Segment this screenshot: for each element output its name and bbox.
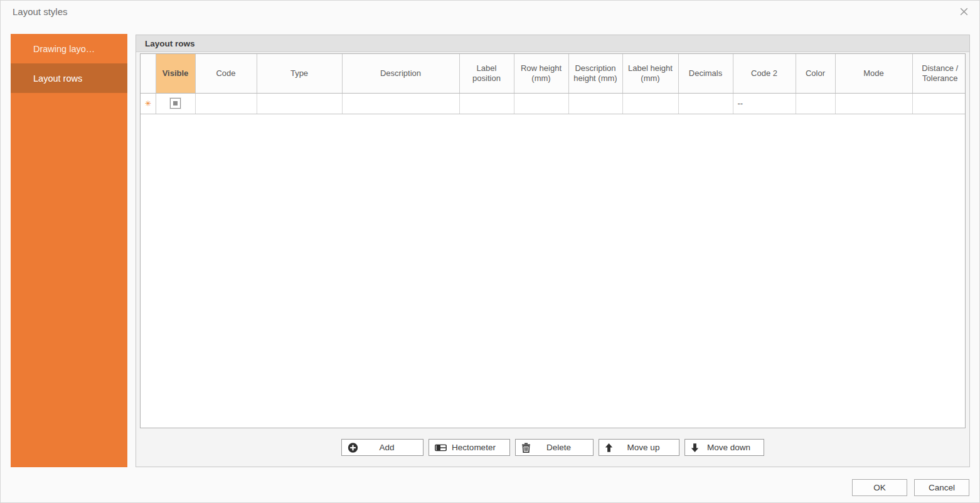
move-down-button-label: Move down [698, 443, 750, 452]
dialog-title: Layout styles [13, 6, 68, 17]
column-header-code: Code [195, 54, 257, 93]
grid-toolbar: Add Hectometer [136, 428, 969, 467]
cell-label-position[interactable] [459, 93, 514, 114]
close-button[interactable] [956, 5, 971, 20]
cell-color[interactable] [796, 93, 835, 114]
delete-button-label: Delete [538, 443, 571, 452]
cell-row-height[interactable] [514, 93, 568, 114]
move-up-button-label: Move up [619, 443, 660, 452]
arrow-down-icon [691, 443, 699, 452]
column-header-type: Type [257, 54, 342, 93]
column-header-description: Description [342, 54, 459, 93]
add-button[interactable]: Add [341, 439, 423, 456]
cell-visible[interactable] [156, 93, 195, 114]
cell-description-height[interactable] [568, 93, 622, 114]
column-header-visible: Visible [156, 54, 195, 93]
move-up-button[interactable]: Move up [599, 439, 679, 456]
hectometer-icon [435, 444, 447, 451]
layout-rows-panel: Layout rows Visible Code Type Descripti [136, 35, 970, 467]
column-header-distance-tolerance: Distance / Tolerance [912, 54, 966, 93]
add-circle-icon [348, 442, 358, 453]
layout-rows-grid: Visible Code Type Description Label posi… [140, 53, 966, 428]
layout-rows-table: Visible Code Type Description Label posi… [141, 54, 966, 114]
sidebar-item-label: Layout rows [33, 73, 82, 84]
layout-styles-dialog: Layout styles Drawing layo… Layout rows … [0, 0, 980, 503]
column-header-row-marker [141, 54, 156, 93]
visible-checkbox[interactable] [170, 98, 181, 109]
column-header-color: Color [796, 54, 835, 93]
cell-code[interactable] [195, 93, 257, 114]
ok-button[interactable]: OK [852, 479, 907, 496]
table-header-row: Visible Code Type Description Label posi… [141, 54, 966, 93]
sidebar-item-layout-rows[interactable]: Layout rows [11, 63, 127, 93]
sidebar-item-label: Drawing layo… [33, 44, 95, 54]
panel-header: Layout rows [136, 35, 969, 52]
cell-type[interactable] [257, 93, 342, 114]
cancel-button[interactable]: Cancel [914, 479, 969, 496]
add-button-label: Add [370, 443, 394, 452]
close-icon [959, 7, 969, 19]
cell-code-2[interactable]: -- [733, 93, 796, 114]
column-header-label-height: Label height (mm) [622, 54, 678, 93]
column-header-row-height: Row height (mm) [514, 54, 568, 93]
column-header-code-2: Code 2 [733, 54, 796, 93]
cell-distance-tolerance[interactable] [912, 93, 966, 114]
column-header-decimals: Decimals [678, 54, 733, 93]
cell-label-height[interactable] [622, 93, 678, 114]
cell-decimals[interactable] [678, 93, 733, 114]
move-down-button[interactable]: Move down [684, 439, 764, 456]
hectometer-button-label: Hectometer [443, 443, 496, 452]
cell-mode[interactable] [835, 93, 912, 114]
column-header-description-height: Description height (mm) [568, 54, 622, 93]
sidebar: Drawing layo… Layout rows [11, 34, 127, 467]
table-row: ✳ -- [141, 93, 966, 114]
new-row-marker-icon: ✳ [141, 93, 156, 114]
arrow-up-icon [605, 443, 613, 452]
checkbox-indeterminate-mark [173, 101, 178, 105]
column-header-mode: Mode [835, 54, 912, 93]
panel-header-label: Layout rows [145, 39, 195, 48]
column-header-label-position: Label position [459, 54, 514, 93]
delete-button[interactable]: Delete [515, 439, 594, 456]
hectometer-button[interactable]: Hectometer [429, 439, 510, 456]
sidebar-item-drawing-layout[interactable]: Drawing layo… [11, 34, 127, 63]
trash-icon [521, 443, 531, 453]
cell-description[interactable] [342, 93, 459, 114]
